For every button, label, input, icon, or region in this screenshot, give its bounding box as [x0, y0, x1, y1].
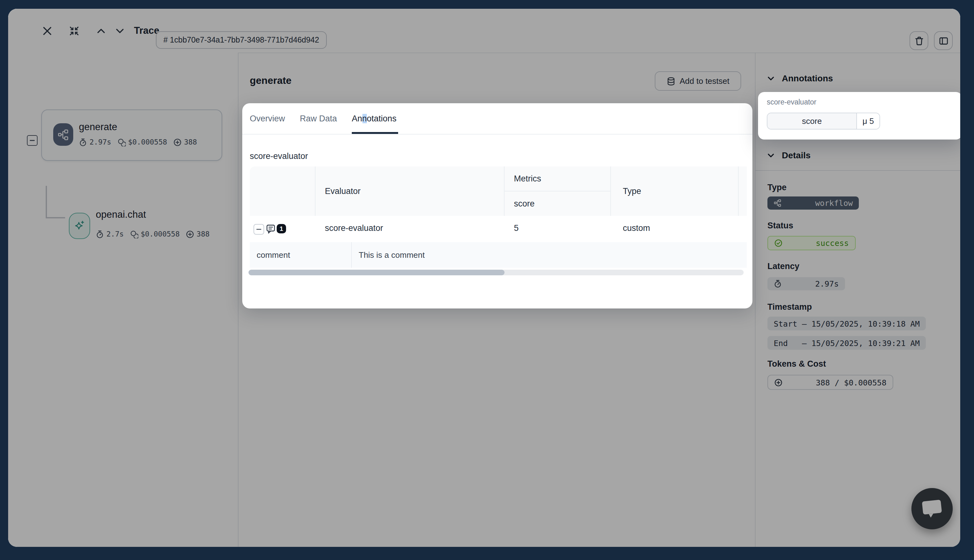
cell-type: custom — [623, 223, 650, 233]
tab-bar: Overview Raw Data Annotations — [242, 103, 752, 135]
col-header-evaluator: Evaluator — [325, 187, 360, 196]
score-metric-control[interactable]: score μ 5 — [767, 113, 880, 130]
cell-score: 5 — [514, 223, 519, 233]
active-tab-underline — [352, 132, 398, 134]
annotation-table-row[interactable]: 1 score-evaluator 5 custom — [250, 216, 747, 243]
horizontal-scrollbar-thumb[interactable] — [249, 270, 505, 275]
tab-annotations[interactable]: Annotations — [352, 103, 397, 134]
table-header — [250, 167, 747, 217]
annotations-table-inner: Evaluator Metrics score Type 1 — [250, 167, 747, 268]
collapse-row-button[interactable] — [254, 224, 264, 235]
trace-drawer-window: Trace # 1cbb70e7-34a1-7bb7-3498-771b7d46… — [8, 9, 960, 547]
tab-raw-data[interactable]: Raw Data — [300, 103, 337, 134]
popover-evaluator-label: score-evaluator — [767, 98, 817, 106]
text-selection-highlight: n — [362, 114, 367, 123]
col-header-type: Type — [623, 187, 641, 196]
score-metric-name[interactable]: score — [767, 113, 857, 129]
score-aggregate-value[interactable]: μ 5 — [857, 113, 879, 129]
evaluator-group-title: score-evaluator — [250, 152, 308, 161]
annotations-tab-panel: Overview Raw Data Annotations score-eval… — [242, 103, 752, 308]
annotation-popover-card: score-evaluator score μ 5 — [758, 92, 960, 140]
col-subheader-score: score — [514, 199, 535, 208]
col-header-metrics: Metrics — [514, 174, 541, 183]
detail-key: comment — [257, 250, 290, 260]
horizontal-scrollbar[interactable] — [249, 270, 744, 275]
screen: Trace # 1cbb70e7-34a1-7bb7-3498-771b7d46… — [0, 0, 974, 560]
annotation-detail-row: comment This is a comment — [250, 242, 747, 268]
cell-evaluator: score-evaluator — [325, 223, 383, 233]
comment-count-badge[interactable]: 1 — [277, 224, 286, 233]
tab-overview[interactable]: Overview — [250, 103, 285, 134]
annotations-table: Evaluator Metrics score Type 1 — [250, 167, 747, 268]
comment-icon[interactable] — [266, 224, 275, 234]
detail-value: This is a comment — [359, 250, 425, 260]
